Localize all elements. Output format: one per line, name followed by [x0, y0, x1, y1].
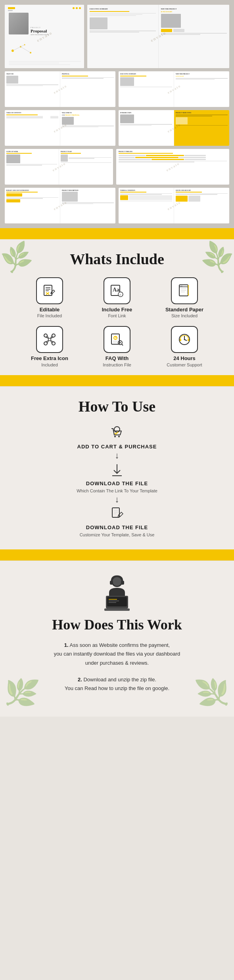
svg-rect-66: [104, 608, 130, 611]
leaf-bottom-left: 🌿: [2, 673, 41, 711]
free-icon-label: Free Extra Icon: [31, 355, 68, 362]
leaf-bottom-right: 🌿: [193, 673, 233, 711]
how-does-step2-text: 2. Download and unzip the zip file.You c…: [22, 675, 212, 693]
edit-file-icon-container: [108, 505, 126, 523]
person-laptop-icon: [97, 573, 137, 612]
svg-rect-62: [107, 597, 127, 606]
whats-include-section: 🌿 🌿 Whats Include Editable: [0, 239, 234, 375]
how-does-title: How Does This Work: [8, 616, 226, 633]
svg-point-28: [52, 334, 55, 337]
shapes-icon-box: [36, 326, 63, 353]
paper-label: Standerd Paper: [165, 307, 203, 313]
free-icon-sublabel: Included: [41, 362, 58, 367]
step-arrow-2: ↓: [115, 495, 119, 504]
svg-line-4: [13, 47, 21, 51]
step-3-label: DOWNLOAD THE FILE: [86, 524, 148, 530]
how-to-use-title: How To Use: [8, 398, 226, 415]
support-label: 24 Hours: [173, 355, 196, 362]
shapes-icon: [42, 332, 57, 347]
font-sublabel: Font Link: [108, 313, 126, 318]
feature-editable: Editable File Included: [18, 277, 81, 318]
spread-row-2: THAN YOU PROPOSAL envato EXECUTIVE SUMMA…: [5, 71, 229, 107]
svg-line-37: [122, 344, 123, 345]
download-icon-container: [108, 461, 126, 479]
exec-summary-card: EXECUTIVE SUMMARY WHY THIS PROJECT IS NE…: [87, 5, 229, 68]
edit-icon: [42, 284, 57, 298]
svg-text:A4: A4: [180, 285, 183, 287]
yellow-divider: [0, 228, 234, 239]
watermark-8: envato: [165, 161, 180, 172]
preview-top-row: PROJECT Proposal GROW YOUR BUSINESS WITH…: [5, 5, 229, 68]
svg-rect-45: [188, 339, 189, 341]
step-1: ADD TO CART & PURCHASE: [77, 425, 157, 450]
editable-label: Editable: [40, 307, 60, 313]
step-2: DOWNLOAD THE FILE Which Contain The Link…: [77, 461, 157, 494]
faq-icon-box: [104, 326, 130, 353]
person-icon-container: [97, 573, 137, 612]
step-3-sublabel: Customize Your Template, Save & Use: [80, 532, 155, 538]
step1-num: 1.: [64, 642, 69, 648]
svg-rect-59: [110, 581, 113, 585]
step-arrow-1: ↓: [115, 451, 119, 460]
svg-point-47: [114, 436, 116, 437]
editable-icon-box: [36, 277, 63, 304]
edit-file-icon: [109, 506, 125, 522]
spread-row-4: SCOPE OF WORK PROJECT TEAM envato: [5, 149, 229, 185]
svg-line-6: [21, 45, 25, 47]
how-does-step1-text: 1. Ass soon as Website confirms the paym…: [22, 641, 212, 667]
feature-font: Aa + Include Free Font Link: [85, 277, 149, 318]
cart-icon-container: [108, 425, 126, 442]
step-1-label: ADD TO CART & PURCHASE: [77, 444, 157, 450]
font-label: Include Free: [102, 307, 132, 313]
svg-point-58: [113, 577, 121, 586]
svg-rect-44: [180, 339, 181, 341]
support-icon: [177, 332, 192, 347]
faq-icon: [110, 332, 124, 347]
yellow-divider-2: [0, 375, 234, 386]
paper-icon: A4: [177, 284, 192, 298]
font-icon: Aa +: [110, 284, 124, 298]
how-does-section: How Does This Work 1. Ass soon as Websit…: [0, 561, 234, 716]
feature-free-icon: Free Extra Icon Included: [18, 326, 81, 367]
step-3: DOWNLOAD THE FILE Customize Your Templat…: [80, 505, 155, 538]
step-2-sublabel: Which Contain The Link To Your Template: [77, 488, 157, 494]
svg-text:+: +: [119, 294, 121, 296]
font-icon-box: Aa +: [104, 277, 130, 304]
steps-container: ADD TO CART & PURCHASE ↓ DOWNLOAD THE FI…: [8, 425, 226, 538]
step1-body: Ass soon as Website confirms the payment…: [54, 642, 180, 665]
feature-faq: FAQ With Instruction File: [85, 326, 149, 367]
paper-icon-box: A4: [171, 277, 198, 304]
download-icon: [109, 462, 125, 478]
faq-label: FAQ With: [105, 355, 129, 362]
svg-point-43: [184, 339, 185, 340]
how-to-use-section: How To Use ADD TO CART & PURCHASE ↓: [0, 386, 234, 549]
yellow-divider-3: [0, 549, 234, 561]
svg-rect-60: [121, 581, 124, 585]
svg-text:Aa: Aa: [113, 287, 119, 293]
step2-num: 2.: [78, 677, 82, 683]
svg-line-12: [51, 294, 52, 294]
svg-line-5: [21, 47, 31, 53]
svg-point-30: [52, 342, 55, 345]
features-grid: Editable File Included Aa + Include Free…: [10, 277, 224, 367]
feature-support: 24 Hours Customer Support: [153, 326, 216, 367]
leaf-decoration-tr: 🌿: [198, 239, 234, 275]
whats-include-title: Whats Include: [8, 251, 226, 268]
spread-row-5: BUDGET AND COST ESTIMATION PROJECT DESCR…: [5, 188, 229, 223]
faq-sublabel: Instruction File: [103, 362, 131, 367]
feature-paper: A4 Standerd Paper Size Included: [153, 277, 216, 318]
svg-point-27: [44, 334, 47, 337]
step-2-label: DOWNLOAD THE FILE: [86, 480, 148, 486]
support-icon-box: [171, 326, 198, 353]
support-sublabel: Customer Support: [167, 362, 202, 367]
leaf-decoration-tl: 🌿: [0, 239, 36, 275]
cover-card: PROJECT Proposal GROW YOUR BUSINESS WITH…: [5, 5, 84, 68]
svg-point-35: [115, 339, 116, 340]
spread-row-3: TABLE OF CONTENTS WELCOME TO OUR PROJECT…: [5, 110, 229, 146]
paper-sublabel: Size Included: [171, 313, 198, 318]
svg-point-29: [44, 342, 47, 345]
editable-sublabel: File Included: [37, 313, 62, 318]
preview-section: PROJECT Proposal GROW YOUR BUSINESS WITH…: [0, 0, 234, 228]
svg-point-48: [118, 436, 120, 437]
cart-icon: [109, 425, 125, 441]
